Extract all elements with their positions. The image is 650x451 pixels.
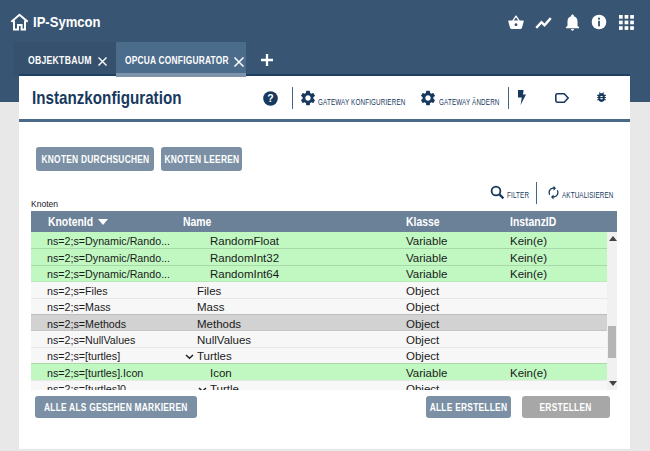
svg-text:?: ?: [267, 92, 273, 104]
